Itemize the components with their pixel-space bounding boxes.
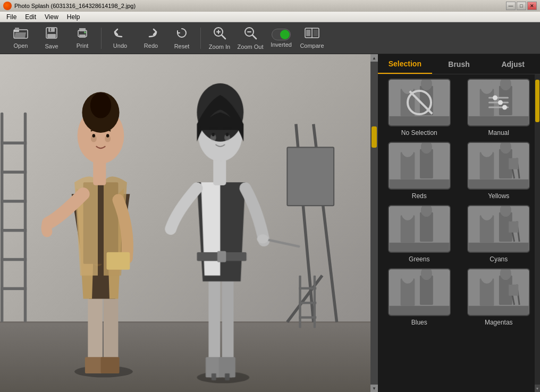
svg-line-14: [222, 35, 225, 39]
selection-thumb-manual[interactable]: [467, 79, 530, 126]
reset-icon: [175, 27, 188, 42]
minimize-button[interactable]: —: [506, 2, 516, 10]
selection-panel[interactable]: No Selection: [378, 74, 540, 392]
svg-rect-8: [79, 28, 86, 31]
thumb-bg-reds: [389, 143, 450, 189]
selection-item-greens[interactable]: Greens: [382, 205, 457, 263]
scroll-down-button[interactable]: ▼: [370, 385, 378, 392]
svg-rect-40: [299, 302, 316, 304]
open-label: Open: [14, 42, 28, 49]
menu-file[interactable]: File: [2, 12, 21, 22]
compare-button[interactable]: Compare: [297, 24, 327, 53]
svg-point-56: [90, 92, 111, 118]
scroll-track[interactable]: [370, 62, 378, 385]
thumb-bg-manual: [468, 80, 529, 125]
tab-adjust[interactable]: Adjust: [486, 54, 540, 74]
open-icon: [13, 27, 28, 41]
selection-thumb-magentas[interactable]: [467, 268, 530, 316]
toolbar: Open Save Print: [0, 22, 540, 54]
selection-item-reds[interactable]: Reds: [382, 142, 457, 200]
selection-item-cyans[interactable]: Cyans: [462, 205, 536, 263]
svg-point-60: [106, 134, 109, 138]
reset-button[interactable]: Reset: [166, 24, 197, 53]
svg-rect-112: [469, 243, 529, 252]
selection-thumb-greens[interactable]: [388, 205, 451, 253]
svg-point-123: [401, 269, 414, 284]
no-selection-overlay: [407, 90, 432, 115]
zoom-out-icon: [243, 26, 257, 42]
svg-rect-36: [287, 147, 334, 206]
window-controls[interactable]: — □ ✕: [506, 2, 537, 10]
canvas-scrollbar[interactable]: ▲ ▼: [370, 54, 378, 392]
close-button[interactable]: ✕: [527, 2, 537, 10]
svg-rect-69: [217, 251, 226, 262]
scroll-thumb[interactable]: [372, 126, 377, 148]
main-area: ▲ ▼ Selection Brush Adjust: [0, 54, 540, 392]
tab-selection[interactable]: Selection: [378, 54, 432, 74]
svg-rect-5: [47, 34, 56, 38]
svg-point-70: [257, 234, 268, 244]
svg-point-87: [481, 80, 493, 94]
selection-label-manual: Manual: [488, 129, 509, 137]
open-button[interactable]: Open: [5, 24, 36, 53]
zoom-out-button[interactable]: Zoom Out: [235, 24, 266, 53]
redo-button[interactable]: Redo: [136, 24, 166, 53]
thumb-bg-magentas: [468, 269, 529, 315]
svg-rect-106: [389, 243, 449, 252]
menu-view[interactable]: View: [40, 12, 63, 22]
selection-item-no-selection[interactable]: No Selection: [382, 79, 457, 137]
selection-thumb-cyans[interactable]: [467, 205, 530, 253]
svg-rect-85: [469, 116, 529, 125]
panel-scroll-thumb[interactable]: [535, 80, 539, 122]
panel-scroll-down[interactable]: ▼: [535, 385, 540, 392]
save-button[interactable]: Save: [36, 24, 67, 53]
print-button[interactable]: Print: [67, 24, 98, 53]
svg-rect-41: [299, 316, 316, 318]
selection-thumb-blues[interactable]: [388, 268, 451, 316]
maximize-button[interactable]: □: [517, 2, 526, 10]
svg-point-108: [401, 206, 414, 220]
svg-rect-20: [306, 30, 310, 36]
redo-label: Redo: [144, 42, 158, 49]
scroll-up-button[interactable]: ▲: [370, 54, 378, 62]
right-panel: Selection Brush Adjust: [378, 54, 540, 392]
tab-brush[interactable]: Brush: [432, 54, 486, 74]
save-label: Save: [45, 43, 58, 49]
menu-edit[interactable]: Edit: [21, 12, 40, 22]
svg-rect-66: [212, 373, 216, 380]
selection-item-magentas[interactable]: Magentas: [462, 268, 536, 326]
selection-thumb-no-selection[interactable]: [388, 79, 451, 126]
selection-thumb-reds[interactable]: [388, 142, 451, 190]
selection-item-manual[interactable]: Manual: [462, 79, 536, 137]
redo-icon: [144, 27, 158, 41]
window-title: Photo Splash (6031316_164328614198_2.jpg…: [14, 3, 136, 9]
menu-help[interactable]: Help: [63, 12, 85, 22]
svg-point-10: [84, 31, 86, 33]
svg-rect-121: [389, 306, 449, 315]
inverted-label: Inverted: [271, 41, 292, 48]
svg-point-59: [92, 134, 95, 138]
selection-thumb-yellows[interactable]: [467, 142, 530, 190]
svg-rect-29: [1, 200, 27, 202]
inverted-button[interactable]: Inverted: [266, 24, 297, 53]
print-label: Print: [77, 42, 89, 49]
reset-label: Reset: [174, 43, 190, 49]
thumb-bg-yellows: [468, 143, 529, 189]
toolbar-separator-2: [200, 28, 201, 49]
compare-label: Compare: [300, 42, 324, 49]
selection-label-yellows: Yellows: [488, 192, 509, 200]
selection-item-yellows[interactable]: Yellows: [462, 142, 536, 200]
zoom-in-button[interactable]: Zoom In: [204, 24, 235, 53]
panel-scrollbar[interactable]: ▼: [535, 74, 540, 392]
selection-item-blues[interactable]: Blues: [382, 268, 457, 326]
undo-button[interactable]: Undo: [105, 24, 136, 53]
toolbar-separator-1: [101, 28, 102, 49]
selection-grid: No Selection: [382, 79, 536, 326]
svg-rect-21: [314, 30, 318, 36]
thumb-bg-cyans: [468, 206, 529, 252]
canvas-area[interactable]: ▲ ▼: [0, 54, 378, 392]
svg-line-17: [252, 35, 256, 39]
menu-bar: File Edit View Help: [0, 12, 540, 22]
svg-rect-46: [101, 357, 120, 373]
title-bar: Photo Splash (6031316_164328614198_2.jpg…: [0, 0, 540, 12]
